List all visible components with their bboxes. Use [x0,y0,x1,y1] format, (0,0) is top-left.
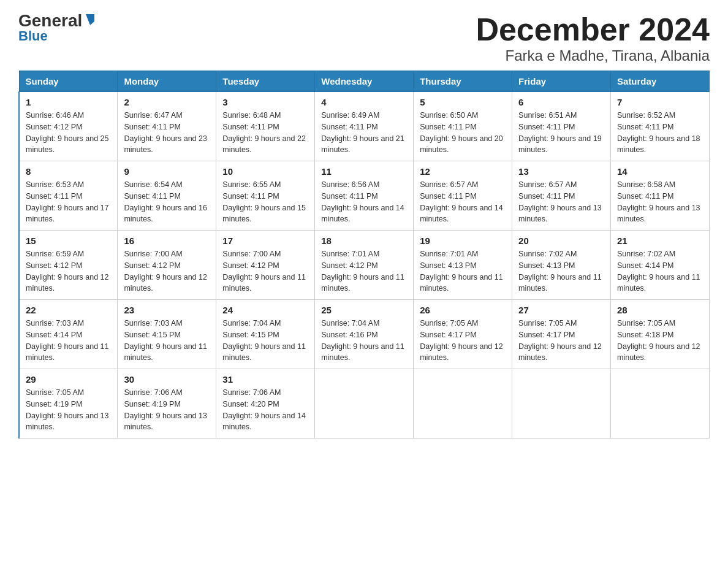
day-number: 22 [26,305,111,315]
logo-arrow-icon [83,13,97,26]
calendar-cell: 26 Sunrise: 7:05 AM Sunset: 4:17 PM Dayl… [414,300,512,369]
day-number: 18 [321,236,407,246]
day-number: 5 [420,97,506,107]
header: General Blue December 2024 Farka e Madhe… [18,12,710,64]
calendar-cell: 31 Sunrise: 7:06 AM Sunset: 4:20 PM Dayl… [216,369,315,439]
header-wednesday: Wednesday [315,71,414,92]
calendar-cell: 8 Sunrise: 6:53 AM Sunset: 4:11 PM Dayli… [19,161,118,231]
day-info: Sunrise: 7:01 AM Sunset: 4:13 PM Dayligh… [420,248,506,294]
calendar-cell: 2 Sunrise: 6:47 AM Sunset: 4:11 PM Dayli… [118,92,216,161]
day-info: Sunrise: 6:53 AM Sunset: 4:11 PM Dayligh… [26,179,111,225]
calendar-title: December 2024 [476,12,710,47]
calendar-cell: 14 Sunrise: 6:58 AM Sunset: 4:11 PM Dayl… [611,161,710,231]
day-number: 30 [124,374,210,385]
calendar-cell: 16 Sunrise: 7:00 AM Sunset: 4:12 PM Dayl… [118,231,216,300]
calendar-cell: 30 Sunrise: 7:06 AM Sunset: 4:19 PM Dayl… [118,369,216,439]
day-info: Sunrise: 7:03 AM Sunset: 4:14 PM Dayligh… [26,318,111,364]
day-number: 24 [222,305,308,315]
day-number: 10 [222,166,308,177]
svg-marker-0 [86,14,94,25]
day-info: Sunrise: 6:59 AM Sunset: 4:12 PM Dayligh… [26,248,111,294]
calendar-header-row: SundayMondayTuesdayWednesdayThursdayFrid… [19,71,710,92]
calendar-cell: 5 Sunrise: 6:50 AM Sunset: 4:11 PM Dayli… [414,92,512,161]
header-friday: Friday [512,71,611,92]
day-number: 19 [420,236,506,246]
calendar-cell: 17 Sunrise: 7:00 AM Sunset: 4:12 PM Dayl… [216,231,315,300]
day-info: Sunrise: 7:04 AM Sunset: 4:16 PM Dayligh… [321,318,407,364]
calendar-week-row: 22 Sunrise: 7:03 AM Sunset: 4:14 PM Dayl… [19,300,710,369]
day-number: 23 [124,305,210,315]
header-saturday: Saturday [611,71,710,92]
day-info: Sunrise: 6:50 AM Sunset: 4:11 PM Dayligh… [420,110,506,156]
day-number: 13 [518,166,604,177]
header-tuesday: Tuesday [216,71,315,92]
title-block: December 2024 Farka e Madhe, Tirana, Alb… [476,12,710,64]
calendar-cell: 20 Sunrise: 7:02 AM Sunset: 4:13 PM Dayl… [512,231,611,300]
calendar-table: SundayMondayTuesdayWednesdayThursdayFrid… [18,71,710,439]
day-info: Sunrise: 6:48 AM Sunset: 4:11 PM Dayligh… [222,110,308,156]
calendar-cell: 28 Sunrise: 7:05 AM Sunset: 4:18 PM Dayl… [611,300,710,369]
day-info: Sunrise: 7:03 AM Sunset: 4:15 PM Dayligh… [124,318,210,364]
day-number: 11 [321,166,407,177]
calendar-cell: 10 Sunrise: 6:55 AM Sunset: 4:11 PM Dayl… [216,161,315,231]
calendar-cell: 1 Sunrise: 6:46 AM Sunset: 4:12 PM Dayli… [19,92,118,161]
calendar-cell [611,369,710,439]
day-number: 7 [617,97,703,107]
day-number: 27 [518,305,604,315]
logo-general: General [18,12,82,29]
calendar-cell: 21 Sunrise: 7:02 AM Sunset: 4:14 PM Dayl… [611,231,710,300]
day-info: Sunrise: 6:47 AM Sunset: 4:11 PM Dayligh… [124,110,210,156]
day-info: Sunrise: 7:02 AM Sunset: 4:13 PM Dayligh… [518,248,604,294]
day-number: 29 [26,374,111,385]
day-info: Sunrise: 7:05 AM Sunset: 4:17 PM Dayligh… [518,318,604,364]
calendar-cell: 12 Sunrise: 6:57 AM Sunset: 4:11 PM Dayl… [414,161,512,231]
day-number: 31 [222,374,308,385]
calendar-cell: 7 Sunrise: 6:52 AM Sunset: 4:11 PM Dayli… [611,92,710,161]
calendar-cell: 3 Sunrise: 6:48 AM Sunset: 4:11 PM Dayli… [216,92,315,161]
day-info: Sunrise: 6:49 AM Sunset: 4:11 PM Dayligh… [321,110,407,156]
day-number: 3 [222,97,308,107]
calendar-cell: 22 Sunrise: 7:03 AM Sunset: 4:14 PM Dayl… [19,300,118,369]
logo-blue: Blue [18,28,48,44]
day-info: Sunrise: 7:06 AM Sunset: 4:20 PM Dayligh… [222,387,308,433]
calendar-week-row: 1 Sunrise: 6:46 AM Sunset: 4:12 PM Dayli… [19,92,710,161]
calendar-cell: 29 Sunrise: 7:05 AM Sunset: 4:19 PM Dayl… [19,369,118,439]
day-number: 16 [124,236,210,246]
day-info: Sunrise: 7:01 AM Sunset: 4:12 PM Dayligh… [321,248,407,294]
day-info: Sunrise: 7:00 AM Sunset: 4:12 PM Dayligh… [222,248,308,294]
day-number: 1 [26,97,111,107]
day-info: Sunrise: 6:56 AM Sunset: 4:11 PM Dayligh… [321,179,407,225]
calendar-cell: 19 Sunrise: 7:01 AM Sunset: 4:13 PM Dayl… [414,231,512,300]
calendar-week-row: 8 Sunrise: 6:53 AM Sunset: 4:11 PM Dayli… [19,161,710,231]
calendar-cell: 25 Sunrise: 7:04 AM Sunset: 4:16 PM Dayl… [315,300,414,369]
day-number: 12 [420,166,506,177]
calendar-cell: 18 Sunrise: 7:01 AM Sunset: 4:12 PM Dayl… [315,231,414,300]
calendar-cell: 11 Sunrise: 6:56 AM Sunset: 4:11 PM Dayl… [315,161,414,231]
calendar-cell: 13 Sunrise: 6:57 AM Sunset: 4:11 PM Dayl… [512,161,611,231]
calendar-cell: 15 Sunrise: 6:59 AM Sunset: 4:12 PM Dayl… [19,231,118,300]
day-number: 26 [420,305,506,315]
header-monday: Monday [118,71,216,92]
calendar-cell: 27 Sunrise: 7:05 AM Sunset: 4:17 PM Dayl… [512,300,611,369]
day-number: 21 [617,236,703,246]
calendar-subtitle: Farka e Madhe, Tirana, Albania [476,47,710,64]
calendar-cell [512,369,611,439]
day-info: Sunrise: 7:02 AM Sunset: 4:14 PM Dayligh… [617,248,703,294]
logo: General Blue [18,12,97,44]
day-info: Sunrise: 7:05 AM Sunset: 4:17 PM Dayligh… [420,318,506,364]
day-number: 15 [26,236,111,246]
calendar-cell [315,369,414,439]
day-info: Sunrise: 6:55 AM Sunset: 4:11 PM Dayligh… [222,179,308,225]
day-number: 4 [321,97,407,107]
day-info: Sunrise: 6:58 AM Sunset: 4:11 PM Dayligh… [617,179,703,225]
day-info: Sunrise: 6:51 AM Sunset: 4:11 PM Dayligh… [518,110,604,156]
header-thursday: Thursday [414,71,512,92]
calendar-cell: 9 Sunrise: 6:54 AM Sunset: 4:11 PM Dayli… [118,161,216,231]
day-number: 8 [26,166,111,177]
day-info: Sunrise: 6:46 AM Sunset: 4:12 PM Dayligh… [26,110,111,156]
calendar-cell: 6 Sunrise: 6:51 AM Sunset: 4:11 PM Dayli… [512,92,611,161]
day-info: Sunrise: 6:52 AM Sunset: 4:11 PM Dayligh… [617,110,703,156]
header-sunday: Sunday [19,71,118,92]
day-info: Sunrise: 7:05 AM Sunset: 4:19 PM Dayligh… [26,387,111,433]
calendar-cell: 24 Sunrise: 7:04 AM Sunset: 4:15 PM Dayl… [216,300,315,369]
